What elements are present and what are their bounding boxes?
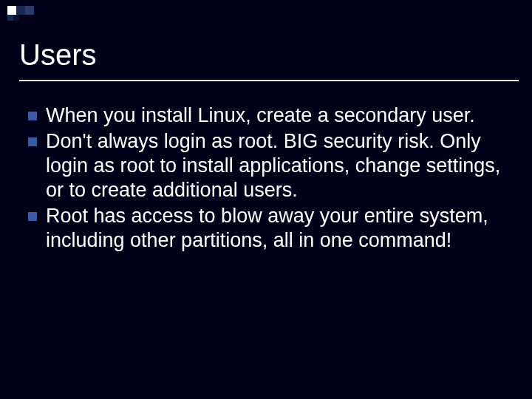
list-item: Root has access to blow away your entire… xyxy=(28,204,510,253)
corner-decoration xyxy=(7,6,34,15)
bullet-square-icon xyxy=(28,137,37,146)
bullet-text: Root has access to blow away your entire… xyxy=(46,204,510,253)
bullet-square-icon xyxy=(28,212,37,221)
deco-square xyxy=(16,6,25,15)
deco-square xyxy=(7,6,16,15)
deco-square xyxy=(7,15,13,21)
deco-square xyxy=(13,15,19,21)
bullet-square-icon xyxy=(28,112,37,120)
slide-title: Users xyxy=(19,38,96,72)
bullet-text: Don't always login as root. BIG security… xyxy=(46,129,510,202)
title-underline xyxy=(19,80,519,81)
list-item: When you install Linux, create a seconda… xyxy=(28,103,510,128)
corner-decoration-row2 xyxy=(7,15,19,21)
slide-content: When you install Linux, create a seconda… xyxy=(28,103,510,254)
list-item: Don't always login as root. BIG security… xyxy=(28,129,510,202)
deco-square xyxy=(25,6,34,15)
bullet-text: When you install Linux, create a seconda… xyxy=(46,103,475,128)
